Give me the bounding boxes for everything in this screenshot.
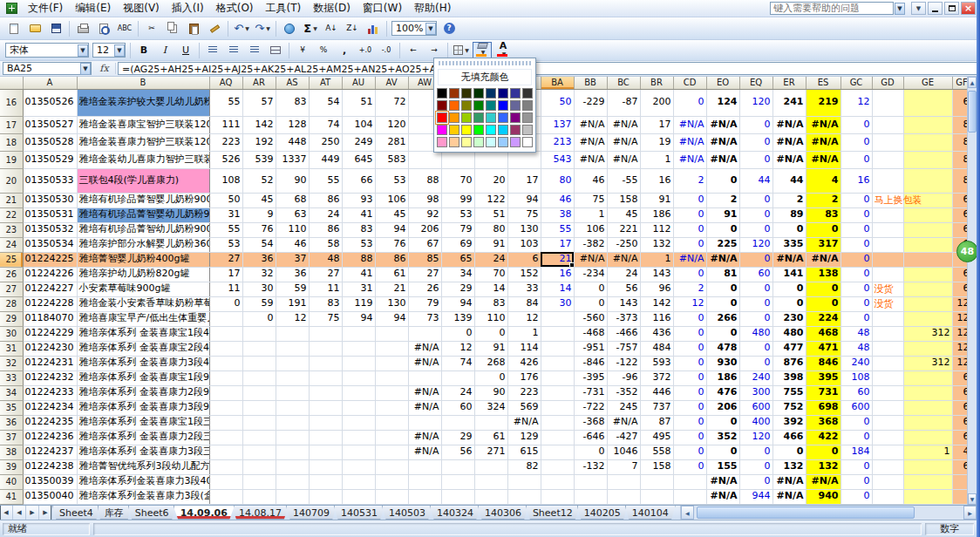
cell-EQ17[interactable]: 0 xyxy=(739,116,772,133)
cell-GE32[interactable]: 312 xyxy=(903,356,952,370)
row-header-29[interactable]: 29 xyxy=(0,311,23,326)
cell-EQ33[interactable]: 240 xyxy=(739,370,772,385)
cell-AT20[interactable]: 55 xyxy=(309,168,342,193)
cell-AU18[interactable]: 249 xyxy=(342,133,375,151)
color-swatch[interactable] xyxy=(498,88,508,99)
color-swatch[interactable] xyxy=(437,125,447,135)
cell-AV29[interactable]: 94 xyxy=(375,311,408,326)
cell-AQ41[interactable] xyxy=(209,489,242,504)
cell-GC39[interactable]: 0 xyxy=(840,459,872,474)
cell-AV20[interactable]: 53 xyxy=(375,168,408,193)
cell-AW27[interactable]: 26 xyxy=(408,282,441,296)
cell-EQ41[interactable]: 944 xyxy=(739,489,772,504)
cell-GE18[interactable] xyxy=(903,133,952,151)
scroll-right-icon[interactable]: ▶ xyxy=(963,506,977,520)
cell-BC34[interactable]: -352 xyxy=(607,385,640,400)
cell-GE29[interactable] xyxy=(903,311,952,326)
cell-AR24[interactable]: 54 xyxy=(242,237,276,252)
cell-BR32[interactable]: 593 xyxy=(640,356,673,370)
cell-AQ40[interactable] xyxy=(209,474,242,489)
cell-EO30[interactable]: 0 xyxy=(706,326,739,341)
cell-B32[interactable]: 雅培亲体系列 金装喜康力3段400g xyxy=(77,356,209,370)
row-header-20[interactable]: 20 xyxy=(0,168,23,193)
cell-BA28[interactable]: 30 xyxy=(541,296,574,311)
cell-AR28[interactable]: 59 xyxy=(242,296,276,311)
cell-AY37[interactable]: 61 xyxy=(474,430,507,445)
cell-GC34[interactable]: 60 xyxy=(840,385,872,400)
cell-AS20[interactable]: 90 xyxy=(276,168,309,193)
align-left-button[interactable] xyxy=(203,42,222,59)
cell-ES20[interactable]: 4 xyxy=(806,168,840,193)
cell-AU36[interactable] xyxy=(342,415,375,430)
cell-EQ20[interactable]: 44 xyxy=(739,168,772,193)
cell-BA32[interactable] xyxy=(541,356,574,370)
comma-button[interactable]: , xyxy=(335,42,354,59)
cell-CD41[interactable] xyxy=(673,489,706,504)
column-header-AT[interactable]: AT xyxy=(309,77,342,89)
cell-AW38[interactable]: #N/A xyxy=(408,445,441,459)
cell-GD34[interactable] xyxy=(872,385,903,400)
cell-AV24[interactable]: 76 xyxy=(375,237,408,252)
cell-ER18[interactable]: #N/A xyxy=(772,133,806,151)
font-dropdown-icon[interactable]: ▼ xyxy=(78,44,88,57)
color-swatch[interactable] xyxy=(510,100,521,111)
cell-AR35[interactable] xyxy=(242,400,276,415)
color-swatch[interactable] xyxy=(473,100,484,111)
cell-BA33[interactable] xyxy=(541,370,574,385)
cell-BR36[interactable]: 87 xyxy=(640,415,673,430)
cell-AR38[interactable] xyxy=(242,445,276,459)
new-button[interactable] xyxy=(4,20,24,37)
cell-B25[interactable]: 雅培菁智婴儿奶粉400g罐 xyxy=(77,252,209,267)
insert-function-button[interactable]: fx xyxy=(93,63,116,74)
cell-GD35[interactable] xyxy=(872,400,903,415)
horizontal-scrollbar[interactable]: ◀ ▶ xyxy=(680,506,977,520)
sort-ascending-button[interactable]: A↓ xyxy=(322,20,341,37)
cell-B17[interactable]: 雅培金装喜康宝智护三联装1200g xyxy=(77,116,209,133)
cell-AY21[interactable]: 122 xyxy=(474,193,507,207)
cell-AZ21[interactable]: 94 xyxy=(507,193,541,207)
menu-item[interactable]: 插入(I) xyxy=(166,0,210,17)
sort-descending-button[interactable]: Z↓ xyxy=(343,20,362,37)
cell-CD19[interactable]: #N/A xyxy=(673,151,706,168)
cell-EQ24[interactable]: 120 xyxy=(739,237,772,252)
cell-EO23[interactable]: 0 xyxy=(706,222,739,237)
cell-AZ41[interactable] xyxy=(507,489,541,504)
cell-AV35[interactable] xyxy=(375,400,408,415)
cell-BA34[interactable] xyxy=(541,385,574,400)
cell-GF29[interactable]: 12 xyxy=(952,311,967,326)
cell-A30[interactable]: 01224229 xyxy=(23,326,77,341)
cell-AQ39[interactable] xyxy=(209,459,242,474)
cell-ER23[interactable]: 0 xyxy=(772,222,806,237)
cell-AR30[interactable] xyxy=(242,326,276,341)
cell-AQ26[interactable]: 17 xyxy=(209,267,242,282)
cell-AW28[interactable]: 79 xyxy=(408,296,441,311)
italic-button[interactable]: I xyxy=(155,42,174,59)
cell-BC31[interactable]: -757 xyxy=(607,341,640,356)
font-size-dropdown-icon[interactable]: ▼ xyxy=(114,44,125,57)
cell-BB35[interactable]: -722 xyxy=(574,400,607,415)
cell-AY22[interactable]: 51 xyxy=(474,207,507,222)
cell-A35[interactable]: 01224234 xyxy=(23,400,77,415)
row-header-39[interactable]: 39 xyxy=(0,459,23,474)
cell-BR16[interactable]: 200 xyxy=(640,89,673,116)
tab-scroll-first[interactable]: ◀ xyxy=(0,506,13,520)
sheet-tab-140324[interactable]: 140324 xyxy=(430,506,480,520)
cell-B31[interactable]: 雅培亲体系列 金装喜康宝2段400g xyxy=(77,341,209,356)
cut-button[interactable]: ✂ xyxy=(142,20,161,37)
cell-GE20[interactable] xyxy=(903,168,952,193)
cell-ER25[interactable]: #N/A xyxy=(772,252,806,267)
menu-item[interactable]: 格式(O) xyxy=(210,0,260,17)
cell-AX34[interactable]: 24 xyxy=(441,385,474,400)
row-header-41[interactable]: 41 xyxy=(0,489,23,504)
cell-BR41[interactable] xyxy=(640,489,673,504)
cell-EQ27[interactable]: 0 xyxy=(739,282,772,296)
cell-AT23[interactable]: 86 xyxy=(309,222,342,237)
cell-EQ39[interactable]: 0 xyxy=(739,459,772,474)
cell-EO31[interactable]: 478 xyxy=(706,341,739,356)
scroll-down-icon[interactable]: ▼ xyxy=(968,493,977,505)
cell-EO36[interactable]: 0 xyxy=(706,415,739,430)
cell-AU33[interactable] xyxy=(342,370,375,385)
cell-BC24[interactable]: -250 xyxy=(607,237,640,252)
cell-BB21[interactable]: 75 xyxy=(574,193,607,207)
row-header-30[interactable]: 30 xyxy=(0,326,23,341)
